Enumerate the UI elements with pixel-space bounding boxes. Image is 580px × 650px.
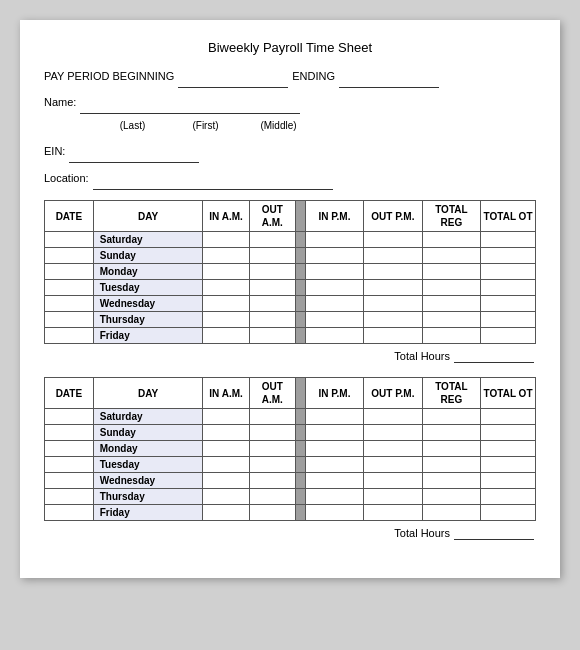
total-reg-cell[interactable] (422, 409, 480, 425)
in-am-cell[interactable] (203, 232, 249, 248)
in-am-cell[interactable] (203, 264, 249, 280)
in-am-cell[interactable] (203, 248, 249, 264)
total-reg-cell[interactable] (422, 473, 480, 489)
out-am-cell[interactable] (249, 280, 295, 296)
total-ot-cell[interactable] (481, 232, 536, 248)
in-pm-cell[interactable] (305, 457, 363, 473)
in-pm-cell[interactable] (305, 248, 363, 264)
in-pm-cell[interactable] (305, 425, 363, 441)
out-pm-cell[interactable] (364, 425, 422, 441)
date-cell[interactable] (45, 505, 94, 521)
total-reg-cell[interactable] (422, 264, 480, 280)
in-pm-cell[interactable] (305, 264, 363, 280)
in-am-cell[interactable] (203, 328, 249, 344)
date-cell[interactable] (45, 457, 94, 473)
out-pm-cell[interactable] (364, 280, 422, 296)
date-cell[interactable] (45, 473, 94, 489)
out-am-cell[interactable] (249, 505, 295, 521)
out-am-cell[interactable] (249, 232, 295, 248)
out-am-cell[interactable] (249, 457, 295, 473)
total-reg-cell[interactable] (422, 489, 480, 505)
out-pm-cell[interactable] (364, 312, 422, 328)
in-am-cell[interactable] (203, 425, 249, 441)
out-pm-cell[interactable] (364, 457, 422, 473)
out-pm-cell[interactable] (364, 232, 422, 248)
date-cell[interactable] (45, 328, 94, 344)
date-cell[interactable] (45, 441, 94, 457)
in-am-cell[interactable] (203, 441, 249, 457)
date-cell[interactable] (45, 312, 94, 328)
week1-total-hours-input[interactable] (454, 350, 534, 363)
out-am-cell[interactable] (249, 441, 295, 457)
in-pm-cell[interactable] (305, 296, 363, 312)
out-am-cell[interactable] (249, 264, 295, 280)
total-ot-cell[interactable] (481, 473, 536, 489)
in-am-cell[interactable] (203, 296, 249, 312)
date-cell[interactable] (45, 489, 94, 505)
in-pm-cell[interactable] (305, 312, 363, 328)
date-cell[interactable] (45, 409, 94, 425)
ein-input[interactable] (69, 140, 199, 163)
name-input[interactable] (80, 91, 300, 114)
in-am-cell[interactable] (203, 312, 249, 328)
total-reg-cell[interactable] (422, 280, 480, 296)
in-am-cell[interactable] (203, 473, 249, 489)
in-pm-cell[interactable] (305, 505, 363, 521)
total-ot-cell[interactable] (481, 505, 536, 521)
in-pm-cell[interactable] (305, 409, 363, 425)
out-pm-cell[interactable] (364, 473, 422, 489)
total-reg-cell[interactable] (422, 457, 480, 473)
in-am-cell[interactable] (203, 505, 249, 521)
total-ot-cell[interactable] (481, 312, 536, 328)
out-pm-cell[interactable] (364, 248, 422, 264)
total-ot-cell[interactable] (481, 280, 536, 296)
date-cell[interactable] (45, 296, 94, 312)
total-ot-cell[interactable] (481, 328, 536, 344)
total-reg-cell[interactable] (422, 248, 480, 264)
out-am-cell[interactable] (249, 328, 295, 344)
date-cell[interactable] (45, 248, 94, 264)
total-ot-cell[interactable] (481, 457, 536, 473)
out-am-cell[interactable] (249, 312, 295, 328)
total-reg-cell[interactable] (422, 441, 480, 457)
date-cell[interactable] (45, 280, 94, 296)
in-am-cell[interactable] (203, 489, 249, 505)
total-ot-cell[interactable] (481, 409, 536, 425)
in-pm-cell[interactable] (305, 280, 363, 296)
location-input[interactable] (93, 167, 333, 190)
in-pm-cell[interactable] (305, 489, 363, 505)
out-am-cell[interactable] (249, 248, 295, 264)
in-am-cell[interactable] (203, 409, 249, 425)
out-am-cell[interactable] (249, 489, 295, 505)
date-cell[interactable] (45, 425, 94, 441)
total-reg-cell[interactable] (422, 296, 480, 312)
in-pm-cell[interactable] (305, 328, 363, 344)
out-am-cell[interactable] (249, 473, 295, 489)
out-pm-cell[interactable] (364, 409, 422, 425)
out-pm-cell[interactable] (364, 328, 422, 344)
in-pm-cell[interactable] (305, 473, 363, 489)
out-am-cell[interactable] (249, 296, 295, 312)
total-ot-cell[interactable] (481, 264, 536, 280)
date-cell[interactable] (45, 232, 94, 248)
pay-period-ending-input[interactable] (339, 65, 439, 88)
in-pm-cell[interactable] (305, 441, 363, 457)
total-ot-cell[interactable] (481, 441, 536, 457)
pay-period-beginning-input[interactable] (178, 65, 288, 88)
total-reg-cell[interactable] (422, 312, 480, 328)
out-am-cell[interactable] (249, 409, 295, 425)
out-pm-cell[interactable] (364, 296, 422, 312)
total-ot-cell[interactable] (481, 296, 536, 312)
out-pm-cell[interactable] (364, 264, 422, 280)
total-ot-cell[interactable] (481, 248, 536, 264)
out-am-cell[interactable] (249, 425, 295, 441)
in-pm-cell[interactable] (305, 232, 363, 248)
out-pm-cell[interactable] (364, 505, 422, 521)
out-pm-cell[interactable] (364, 489, 422, 505)
total-reg-cell[interactable] (422, 232, 480, 248)
out-pm-cell[interactable] (364, 441, 422, 457)
in-am-cell[interactable] (203, 280, 249, 296)
date-cell[interactable] (45, 264, 94, 280)
total-reg-cell[interactable] (422, 505, 480, 521)
total-reg-cell[interactable] (422, 425, 480, 441)
